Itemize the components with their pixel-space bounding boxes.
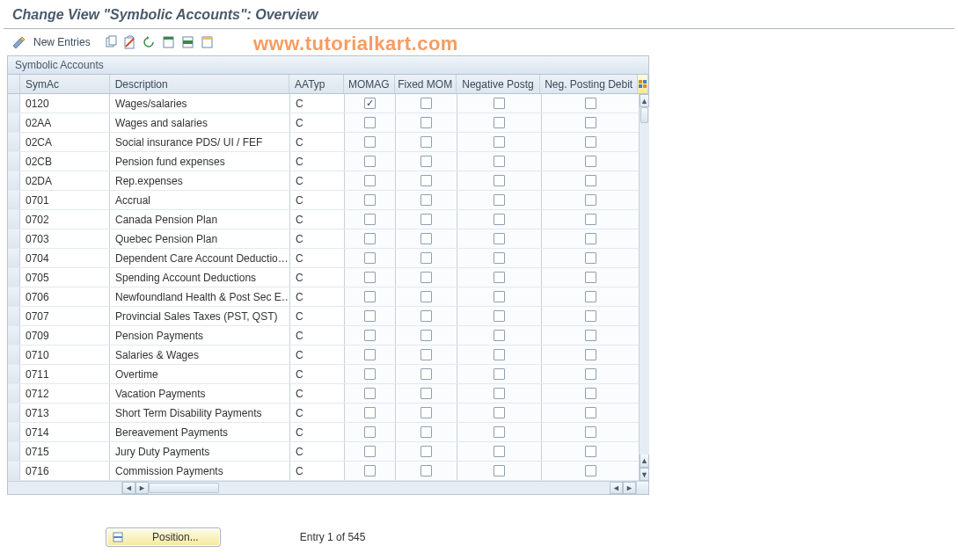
cell-description[interactable]: Salaries & Wages <box>110 345 290 364</box>
cell-symac[interactable]: 0703 <box>20 229 110 248</box>
cell-symac[interactable]: 0702 <box>20 210 110 229</box>
checkbox-fixed-mom[interactable] <box>420 349 432 360</box>
checkbox-negative-postg[interactable] <box>494 136 505 148</box>
checkbox-negative-postg[interactable] <box>494 117 505 128</box>
cell-symac[interactable]: 0707 <box>20 307 110 325</box>
checkbox-momag[interactable] <box>364 291 376 302</box>
cell-description[interactable]: Canada Pension Plan <box>110 210 290 229</box>
checkbox-neg-posting-debit[interactable] <box>585 291 596 302</box>
checkbox-neg-posting-debit[interactable] <box>585 465 596 476</box>
checkbox-negative-postg[interactable] <box>494 252 505 264</box>
row-selector[interactable] <box>8 365 20 383</box>
checkbox-neg-posting-debit[interactable] <box>585 252 596 264</box>
checkbox-negative-postg[interactable] <box>494 272 505 283</box>
checkbox-neg-posting-debit[interactable] <box>585 388 596 399</box>
cell-aatyp[interactable]: C <box>290 365 345 383</box>
checkbox-negative-postg[interactable] <box>494 291 505 302</box>
checkbox-momag[interactable] <box>364 272 376 283</box>
hscroll-right-icon[interactable]: ► <box>135 482 149 494</box>
cell-symac[interactable]: 0711 <box>20 365 110 383</box>
checkbox-fixed-mom[interactable] <box>420 291 432 302</box>
checkbox-fixed-mom[interactable] <box>420 426 432 438</box>
horizontal-scrollbar[interactable]: ◄ ► ◄ ► <box>8 481 648 494</box>
vertical-scrollbar[interactable]: ▲ ▲ ▼ <box>639 94 649 481</box>
checkbox-fixed-mom[interactable] <box>420 272 432 283</box>
checkbox-momag[interactable] <box>364 368 376 380</box>
row-selector[interactable] <box>8 345 20 364</box>
cell-description[interactable]: Newfoundland Health & Post Sec E… <box>110 287 290 306</box>
hscroll-right2-icon[interactable]: ► <box>623 482 636 494</box>
checkbox-fixed-mom[interactable] <box>420 136 432 148</box>
toggle-display-icon[interactable] <box>11 34 26 50</box>
cell-symac[interactable]: 0713 <box>20 404 110 422</box>
cell-description[interactable]: Social insurance PDS/ UI / FEF <box>110 133 290 151</box>
cell-aatyp[interactable]: C <box>290 249 345 267</box>
cell-aatyp[interactable]: C <box>290 423 345 441</box>
checkbox-momag[interactable] <box>364 388 376 399</box>
row-selector[interactable] <box>8 191 20 209</box>
cell-aatyp[interactable]: C <box>290 113 345 132</box>
row-selector[interactable] <box>8 94 20 113</box>
cell-symac[interactable]: 0714 <box>20 423 110 441</box>
cell-aatyp[interactable]: C <box>290 94 345 113</box>
checkbox-negative-postg[interactable] <box>494 310 505 322</box>
cell-aatyp[interactable]: C <box>290 404 345 422</box>
checkbox-fixed-mom[interactable] <box>420 252 432 264</box>
checkbox-momag[interactable] <box>364 446 376 457</box>
cell-description[interactable]: Bereavement Payments <box>110 423 290 441</box>
copy-as-icon[interactable] <box>103 34 119 50</box>
cell-description[interactable]: Dependent Care Account Deductio… <box>110 249 290 267</box>
cell-symac[interactable]: 02CA <box>20 133 110 151</box>
row-selector[interactable] <box>8 404 20 422</box>
cell-aatyp[interactable]: C <box>290 384 345 403</box>
checkbox-neg-posting-debit[interactable] <box>585 117 596 128</box>
cell-description[interactable]: Wages/salaries <box>110 94 290 113</box>
checkbox-momag[interactable] <box>364 233 376 244</box>
position-button[interactable]: Position... <box>106 527 221 547</box>
scroll-thumb[interactable] <box>640 107 648 123</box>
checkbox-momag[interactable] <box>364 214 376 225</box>
checkbox-momag[interactable] <box>364 407 376 418</box>
cell-symac[interactable]: 0704 <box>20 249 110 267</box>
checkbox-negative-postg[interactable] <box>494 426 505 438</box>
row-selector[interactable] <box>8 326 20 345</box>
checkbox-negative-postg[interactable] <box>494 446 505 457</box>
checkbox-neg-posting-debit[interactable] <box>585 349 596 360</box>
cell-aatyp[interactable]: C <box>290 326 345 345</box>
column-header-momag[interactable]: MOMAG <box>344 75 395 93</box>
scroll-track[interactable] <box>640 107 649 455</box>
hscroll-track[interactable] <box>149 482 610 494</box>
cell-description[interactable]: Overtime <box>110 365 290 383</box>
cell-symac[interactable]: 0712 <box>20 384 110 403</box>
row-selector[interactable] <box>8 229 20 248</box>
cell-aatyp[interactable]: C <box>290 171 345 190</box>
cell-description[interactable]: Commission Payments <box>110 462 290 480</box>
row-selector[interactable] <box>8 268 20 287</box>
table-settings-icon[interactable] <box>637 75 648 93</box>
checkbox-negative-postg[interactable] <box>494 194 505 206</box>
checkbox-momag[interactable] <box>364 252 376 264</box>
undo-change-icon[interactable] <box>142 34 157 50</box>
cell-aatyp[interactable]: C <box>290 462 345 480</box>
row-selector[interactable] <box>8 152 20 171</box>
checkbox-momag[interactable] <box>364 349 376 360</box>
cell-description[interactable]: Wages and salaries <box>110 113 290 132</box>
cell-symac[interactable]: 02CB <box>20 152 110 171</box>
checkbox-neg-posting-debit[interactable] <box>585 310 596 322</box>
column-header-neg-posting-debit[interactable]: Neg. Posting Debit <box>540 75 637 93</box>
checkbox-fixed-mom[interactable] <box>420 368 432 380</box>
select-all-icon[interactable] <box>161 34 177 50</box>
deselect-all-icon[interactable] <box>200 34 216 50</box>
cell-symac[interactable]: 0705 <box>20 268 110 287</box>
cell-description[interactable]: Accrual <box>110 191 290 209</box>
checkbox-fixed-mom[interactable] <box>420 465 432 476</box>
checkbox-momag[interactable] <box>364 117 376 128</box>
cell-description[interactable]: Jury Duty Payments <box>110 442 290 461</box>
cell-aatyp[interactable]: C <box>290 307 345 325</box>
cell-symac[interactable]: 0716 <box>20 462 110 480</box>
cell-description[interactable]: Vacation Payments <box>110 384 290 403</box>
hscroll-left-icon[interactable]: ◄ <box>122 482 135 494</box>
column-header-symac[interactable]: SymAc <box>20 75 110 93</box>
cell-description[interactable]: Quebec Pension Plan <box>110 229 290 248</box>
cell-symac[interactable]: 0709 <box>20 326 110 345</box>
